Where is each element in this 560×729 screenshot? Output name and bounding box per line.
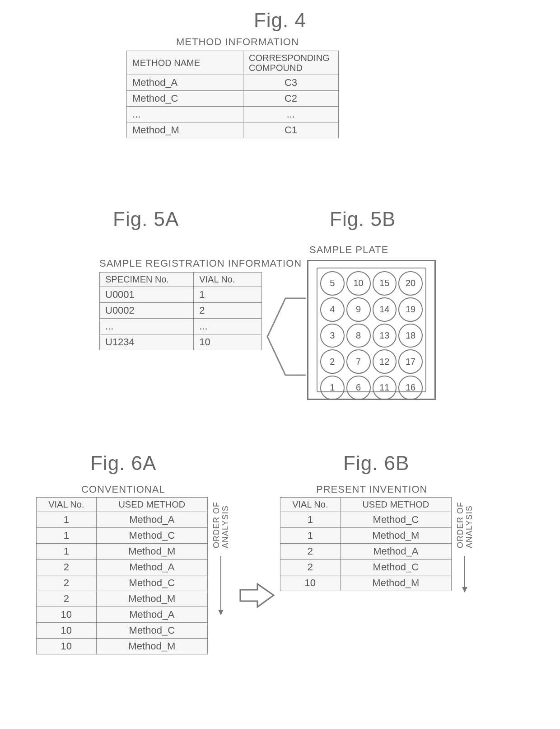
cell: ... bbox=[194, 319, 262, 334]
fig5b-title: Fig. 5B bbox=[330, 208, 396, 230]
fig6a-section: VIAL No. USED METHOD 1Method_A 1Method_C… bbox=[36, 497, 208, 654]
fig6b-title: Fig. 6B bbox=[343, 452, 409, 475]
vial-18: 18 bbox=[398, 324, 423, 348]
cell: 10 bbox=[37, 623, 97, 639]
table-row: U00022 bbox=[100, 303, 262, 319]
table-header-row: VIAL No. USED METHOD bbox=[280, 498, 452, 512]
cell: Method_M bbox=[96, 591, 207, 607]
cell: Method_M bbox=[96, 639, 207, 654]
cell: Method_M bbox=[340, 575, 451, 591]
vial-20: 20 bbox=[398, 271, 423, 296]
cell: Method_C bbox=[96, 575, 207, 591]
vial-2: 2 bbox=[320, 349, 345, 374]
cell: Method_M bbox=[340, 528, 451, 544]
cell: Method_A bbox=[96, 607, 207, 623]
cell: 1 bbox=[280, 528, 341, 544]
col-method: USED METHOD bbox=[96, 498, 207, 512]
table-row: 2Method_M bbox=[37, 591, 208, 607]
method-info-table: METHOD NAME CORRESPONDING COMPOUND Metho… bbox=[126, 51, 339, 138]
cell: 10 bbox=[280, 575, 341, 591]
cell: C3 bbox=[243, 75, 338, 91]
cell: ... bbox=[243, 107, 338, 122]
arrow-down-icon bbox=[220, 556, 221, 615]
cell: Method_A bbox=[127, 75, 243, 91]
vial-3: 3 bbox=[320, 324, 345, 348]
cell: Method_A bbox=[96, 512, 207, 528]
table-row: 1Method_C bbox=[280, 512, 452, 528]
table-header-row: VIAL No. USED METHOD bbox=[37, 498, 208, 512]
col-method-name: METHOD NAME bbox=[127, 51, 243, 75]
fig6b-section: VIAL No. USED METHOD 1Method_C 1Method_M… bbox=[280, 497, 452, 591]
table-row: U123410 bbox=[100, 334, 262, 350]
col-vial: VIAL No. bbox=[37, 498, 97, 512]
vial-1: 1 bbox=[320, 376, 345, 400]
table-header-row: METHOD NAME CORRESPONDING COMPOUND bbox=[127, 51, 339, 75]
vial-5: 5 bbox=[320, 271, 345, 296]
table-row: 2Method_A bbox=[37, 560, 208, 575]
cell: 1 bbox=[37, 512, 97, 528]
cell: Method_C bbox=[96, 528, 207, 544]
arrow-down-icon bbox=[464, 556, 465, 592]
vial-12: 12 bbox=[373, 349, 397, 374]
table-row: ...... bbox=[100, 319, 262, 334]
cell: 2 bbox=[280, 544, 341, 560]
vial-13: 13 bbox=[373, 324, 397, 348]
fig6a-caption: CONVENTIONAL bbox=[81, 484, 165, 495]
cell: 1 bbox=[280, 512, 341, 528]
vial-8: 8 bbox=[346, 324, 371, 348]
cell: U1234 bbox=[100, 334, 194, 350]
fig6a-title: Fig. 6A bbox=[90, 452, 156, 475]
vial-7: 7 bbox=[346, 349, 371, 374]
fig4-caption: METHOD INFORMATION bbox=[126, 36, 339, 48]
cell: 10 bbox=[194, 334, 262, 350]
fig5b-caption: SAMPLE PLATE bbox=[309, 244, 388, 256]
cell: 2 bbox=[194, 303, 262, 319]
order-of-analysis-label-6b: ORDER OF ANALYSIS bbox=[456, 502, 474, 548]
cell: 2 bbox=[37, 575, 97, 591]
cell: C2 bbox=[243, 91, 338, 107]
col-vial: VIAL No. bbox=[194, 273, 262, 287]
table-row: 1Method_A bbox=[37, 512, 208, 528]
col-vial: VIAL No. bbox=[280, 498, 341, 512]
cell: 1 bbox=[194, 287, 262, 303]
col-specimen: SPECIMEN No. bbox=[100, 273, 194, 287]
table-row: 2Method_C bbox=[280, 560, 452, 575]
cell: Method_A bbox=[96, 560, 207, 575]
cell: ... bbox=[127, 107, 243, 122]
table-row: 10Method_A bbox=[37, 607, 208, 623]
fig4-title: Fig. 4 bbox=[0, 9, 560, 32]
table-row: ...... bbox=[127, 107, 339, 122]
cell: 1 bbox=[37, 544, 97, 560]
table-row: 1Method_C bbox=[37, 528, 208, 544]
cell: Method_C bbox=[340, 512, 451, 528]
fig4-section: METHOD INFORMATION METHOD NAME CORRESPON… bbox=[126, 36, 339, 138]
cell: U0002 bbox=[100, 303, 194, 319]
cell: 10 bbox=[37, 639, 97, 654]
fig5a-caption: SAMPLE REGISTRATION INFORMATION bbox=[99, 258, 302, 269]
connector-bracket-icon bbox=[263, 289, 306, 384]
fig6b-caption: PRESENT INVENTION bbox=[316, 484, 427, 495]
cell: 2 bbox=[37, 560, 97, 575]
cell: 2 bbox=[37, 591, 97, 607]
col-compound: CORRESPONDING COMPOUND bbox=[243, 51, 338, 75]
vial-9: 9 bbox=[346, 297, 371, 322]
col-method: USED METHOD bbox=[340, 498, 451, 512]
table-row: 1Method_M bbox=[37, 544, 208, 560]
cell: 10 bbox=[37, 607, 97, 623]
table-row: Method_CC2 bbox=[127, 91, 339, 107]
vial-19: 19 bbox=[398, 297, 423, 322]
sample-plate: 5 10 15 20 4 9 14 19 3 8 13 18 2 7 12 17… bbox=[307, 260, 436, 400]
table-header-row: SPECIMEN No. VIAL No. bbox=[100, 273, 262, 287]
arrow-right-icon bbox=[239, 583, 275, 608]
vial-17: 17 bbox=[398, 349, 423, 374]
cell: 1 bbox=[37, 528, 97, 544]
plate-grid: 5 10 15 20 4 9 14 19 3 8 13 18 2 7 12 17… bbox=[317, 268, 426, 392]
vial-14: 14 bbox=[373, 297, 397, 322]
cell: Method_A bbox=[340, 544, 451, 560]
fig5a-title: Fig. 5A bbox=[113, 208, 179, 230]
cell: 2 bbox=[280, 560, 341, 575]
table-row: 2Method_A bbox=[280, 544, 452, 560]
sample-registration-table: SPECIMEN No. VIAL No. U00011 U00022 ....… bbox=[99, 272, 262, 350]
table-row: 10Method_M bbox=[37, 639, 208, 654]
table-row: 1Method_M bbox=[280, 528, 452, 544]
